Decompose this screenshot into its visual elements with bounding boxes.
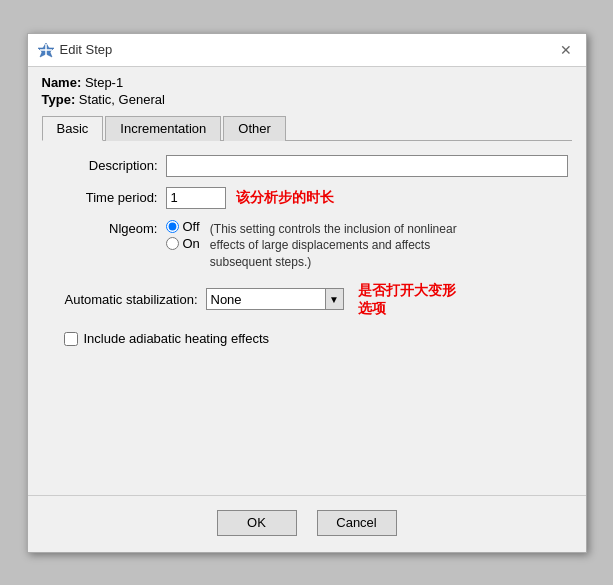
adiabatic-label[interactable]: Include adiabatic heating effects xyxy=(84,331,270,346)
title-bar-left: Edit Step xyxy=(38,42,113,58)
tab-other[interactable]: Other xyxy=(223,116,286,141)
info-section: Name: Step-1 Type: Static, General xyxy=(28,67,586,111)
nlgeom-options: Off On xyxy=(166,219,200,251)
time-period-input[interactable] xyxy=(166,187,226,209)
edit-step-dialog: Edit Step ✕ Name: Step-1 Type: Static, G… xyxy=(27,33,587,553)
description-label: Description: xyxy=(46,158,166,173)
nlgeom-on-label[interactable]: On xyxy=(183,236,200,251)
name-label: Name: xyxy=(42,75,82,90)
name-row: Name: Step-1 xyxy=(42,75,572,90)
nlgeom-off-label[interactable]: Off xyxy=(183,219,200,234)
tab-incrementation[interactable]: Incrementation xyxy=(105,116,221,141)
name-value: Step-1 xyxy=(85,75,123,90)
tab-basic[interactable]: Basic xyxy=(42,116,104,141)
nlgeom-off-radio[interactable] xyxy=(166,220,179,233)
description-row: Description: xyxy=(46,155,568,177)
stabilization-annotation: 是否打开大变形 选项 xyxy=(358,281,456,317)
nlgeom-on-row: On xyxy=(166,236,200,251)
type-value: Static, General xyxy=(79,92,165,107)
time-period-annotation: 该分析步的时长 xyxy=(236,189,334,207)
stabilization-label: Automatic stabilization: xyxy=(46,292,206,307)
adiabatic-row: Include adiabatic heating effects xyxy=(64,331,568,346)
dialog-footer: OK Cancel xyxy=(28,495,586,552)
tab-content-basic: Description: Time period: 该分析步的时长 Nlgeom… xyxy=(28,141,586,495)
nlgeom-row: Nlgeom: Off On (This setting controls th… xyxy=(46,219,568,271)
nlgeom-off-row: Off xyxy=(166,219,200,234)
dialog-icon xyxy=(38,42,54,58)
adiabatic-checkbox[interactable] xyxy=(64,332,78,346)
nlgeom-label: Nlgeom: xyxy=(46,219,166,236)
stabilization-row: Automatic stabilization: ▼ 是否打开大变形 选项 xyxy=(46,281,568,317)
tabs-bar: Basic Incrementation Other xyxy=(42,115,572,141)
cancel-button[interactable]: Cancel xyxy=(317,510,397,536)
stabilization-input[interactable] xyxy=(206,288,326,310)
nlgeom-right: Off On (This setting controls the inclus… xyxy=(166,219,470,271)
dialog-title: Edit Step xyxy=(60,42,113,57)
time-period-label: Time period: xyxy=(46,190,166,205)
title-bar: Edit Step ✕ xyxy=(28,34,586,67)
nlgeom-description: (This setting controls the inclusion of … xyxy=(210,219,470,271)
type-label: Type: xyxy=(42,92,76,107)
stabilization-dropdown-btn[interactable]: ▼ xyxy=(326,288,344,310)
ok-button[interactable]: OK xyxy=(217,510,297,536)
nlgeom-on-radio[interactable] xyxy=(166,237,179,250)
description-input[interactable] xyxy=(166,155,568,177)
close-button[interactable]: ✕ xyxy=(556,40,576,60)
chevron-down-icon: ▼ xyxy=(329,294,339,305)
type-row: Type: Static, General xyxy=(42,92,572,107)
time-period-row: Time period: 该分析步的时长 xyxy=(46,187,568,209)
